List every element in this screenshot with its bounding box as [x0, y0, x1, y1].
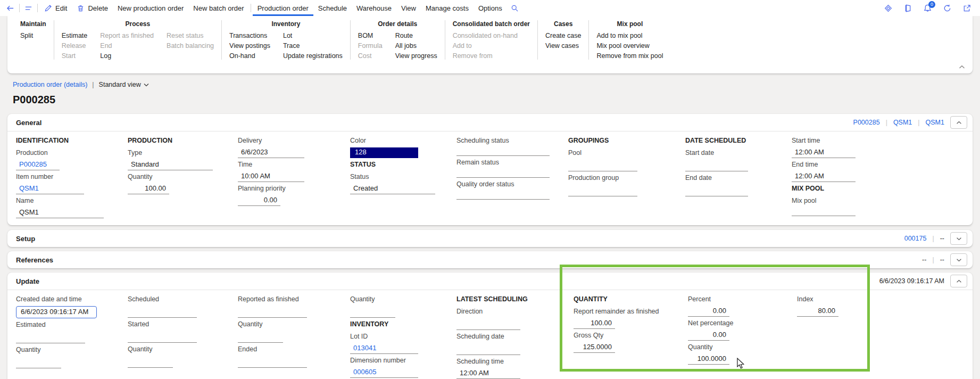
- ribbon-item-estimate[interactable]: Estimate: [62, 32, 88, 39]
- estimated-quantity-value[interactable]: [16, 360, 61, 368]
- ribbon-item-view-progress[interactable]: View progress: [395, 53, 437, 60]
- ribbon-item-remove-from-mix-pool[interactable]: Remove from mix pool: [596, 53, 663, 60]
- expand-setup-button[interactable]: [950, 232, 967, 245]
- ribbon-item-update-registrations[interactable]: Update registrations: [283, 53, 343, 60]
- status-value[interactable]: Created: [350, 184, 435, 194]
- ribbon-item-mix-pool-overview[interactable]: Mix pool overview: [596, 43, 663, 50]
- ribbon-item-route[interactable]: Route: [395, 32, 437, 39]
- section-setup-header[interactable]: Setup 000175 | --: [7, 230, 973, 247]
- ended-value[interactable]: [238, 359, 307, 368]
- field-label: Color: [350, 137, 418, 144]
- ribbon-group-label: Inventory: [229, 20, 343, 28]
- tab-schedule[interactable]: Schedule: [313, 0, 352, 16]
- created-date-time-input[interactable]: 6/6/2023 09:16:17 AM: [16, 306, 97, 318]
- field-label: Scheduling date: [456, 333, 520, 340]
- report-remainder-as-finished-value[interactable]: 100.00: [574, 318, 615, 329]
- delete-button[interactable]: Delete: [72, 0, 113, 16]
- ribbon-item-trace[interactable]: Trace: [283, 43, 343, 50]
- ribbon-item-view-postings[interactable]: View postings: [229, 43, 270, 50]
- ribbon-item-create-case[interactable]: Create case: [545, 32, 581, 39]
- percent-value[interactable]: 0.00: [688, 306, 729, 317]
- item-number-value[interactable]: QSM1: [16, 184, 84, 194]
- ribbon-item-cost: Cost: [358, 53, 383, 60]
- direction-value[interactable]: [456, 322, 520, 330]
- scheduling-date-value[interactable]: [456, 347, 520, 355]
- new-production-order-button[interactable]: New production order: [113, 0, 188, 16]
- scheduling-status-value[interactable]: [456, 147, 550, 156]
- scheduling-time-value[interactable]: 12:00 AM: [456, 368, 520, 379]
- remain-status-value[interactable]: [456, 169, 550, 178]
- ended-quantity-value[interactable]: [350, 309, 395, 318]
- lot-id-value[interactable]: 013041: [350, 343, 418, 354]
- collapse-general-button[interactable]: [950, 116, 967, 129]
- ribbon-item-add-to-mix-pool[interactable]: Add to mix pool: [596, 32, 663, 39]
- new-batch-order-button[interactable]: New batch order: [188, 0, 248, 16]
- search-button[interactable]: [507, 0, 522, 16]
- header-link-production[interactable]: P000285: [853, 119, 880, 126]
- net-percentage-value[interactable]: 0.00: [688, 330, 729, 341]
- view-selector[interactable]: Standard view: [99, 81, 149, 88]
- product-switcher-button[interactable]: [884, 0, 893, 16]
- ribbon-item-transactions[interactable]: Transactions: [229, 32, 270, 39]
- collapse-action-pane-button[interactable]: [959, 63, 965, 71]
- production-group-value[interactable]: [568, 188, 637, 196]
- delivery-value[interactable]: 6/6/2023: [238, 147, 304, 158]
- tab-view[interactable]: View: [396, 0, 421, 16]
- site-map-button[interactable]: [21, 0, 36, 16]
- pool-value[interactable]: [568, 163, 637, 171]
- section-general-header[interactable]: General P000285 | QSM1 | QSM1: [7, 114, 973, 131]
- ribbon-item-all-jobs[interactable]: All jobs: [395, 43, 437, 50]
- tab-warehouse[interactable]: Warehouse: [352, 0, 396, 16]
- tab-options[interactable]: Options: [474, 0, 507, 16]
- start-time-value[interactable]: 12:00 AM: [792, 147, 856, 158]
- setup-header-link[interactable]: 000175: [904, 235, 927, 242]
- section-update-header[interactable]: Update 6/6/2023 09:16:17 AM: [7, 273, 973, 290]
- tab-manage-costs[interactable]: Manage costs: [421, 0, 474, 16]
- ribbon-item-lot[interactable]: Lot: [283, 32, 343, 39]
- mix-pool-value[interactable]: [792, 208, 856, 216]
- started-value[interactable]: [128, 334, 197, 343]
- reported-quantity-value[interactable]: [238, 334, 283, 343]
- index-value[interactable]: 80.00: [797, 306, 838, 317]
- ribbon-group-label: Maintain: [20, 20, 46, 28]
- edit-button[interactable]: Edit: [39, 0, 72, 16]
- end-time-value[interactable]: 12:00 AM: [792, 171, 856, 182]
- expand-references-button[interactable]: [950, 253, 967, 266]
- field-percent: Percent 0.00: [688, 295, 729, 317]
- refresh-button[interactable]: [943, 0, 952, 16]
- reported-as-finished-value[interactable]: [238, 309, 307, 318]
- header-link-item[interactable]: QSM1: [893, 119, 912, 126]
- name-value[interactable]: QSM1: [16, 208, 104, 218]
- color-swatch[interactable]: 128: [350, 147, 418, 158]
- ribbon-item-split[interactable]: Split: [20, 32, 33, 39]
- gross-qty-value[interactable]: 125.0000: [574, 342, 615, 353]
- production-value[interactable]: P000285: [16, 160, 60, 170]
- end-date-value[interactable]: [685, 188, 748, 196]
- header-link-name[interactable]: QSM1: [926, 119, 944, 126]
- notifications-button[interactable]: 0: [923, 0, 932, 16]
- started-quantity-value[interactable]: [128, 359, 173, 368]
- open-in-new-window-button[interactable]: [962, 0, 971, 16]
- quantity-value[interactable]: 100.00: [128, 184, 169, 194]
- dimension-number-value[interactable]: 000605: [350, 367, 418, 378]
- estimated-value[interactable]: [16, 335, 85, 343]
- scheduled-value[interactable]: [128, 309, 197, 318]
- update-quantity-value[interactable]: 100.0000: [688, 354, 729, 365]
- ribbon-item-log[interactable]: Log: [100, 53, 154, 60]
- time-value[interactable]: 10:00 AM: [238, 171, 304, 182]
- back-button[interactable]: [3, 0, 18, 16]
- ribbon-item-bom[interactable]: BOM: [358, 32, 383, 39]
- collapse-update-button[interactable]: [950, 275, 967, 287]
- general-fields: IDENTIFICATION Production P000285 Item n…: [7, 131, 973, 225]
- ribbon-item-release: Release: [62, 43, 88, 50]
- section-references-header[interactable]: References -- | --: [7, 251, 973, 268]
- breadcrumb-page-link[interactable]: Production order (details): [13, 81, 87, 88]
- type-value[interactable]: Standard: [128, 160, 213, 170]
- tab-production-order[interactable]: Production order: [253, 0, 313, 16]
- ribbon-item-on-hand[interactable]: On-hand: [229, 53, 270, 60]
- office-apps-button[interactable]: [903, 0, 912, 16]
- quality-order-status-value[interactable]: [456, 191, 550, 200]
- start-date-value[interactable]: [685, 163, 748, 171]
- ribbon-item-view-cases[interactable]: View cases: [545, 43, 581, 50]
- planning-priority-value[interactable]: 0.00: [238, 195, 280, 206]
